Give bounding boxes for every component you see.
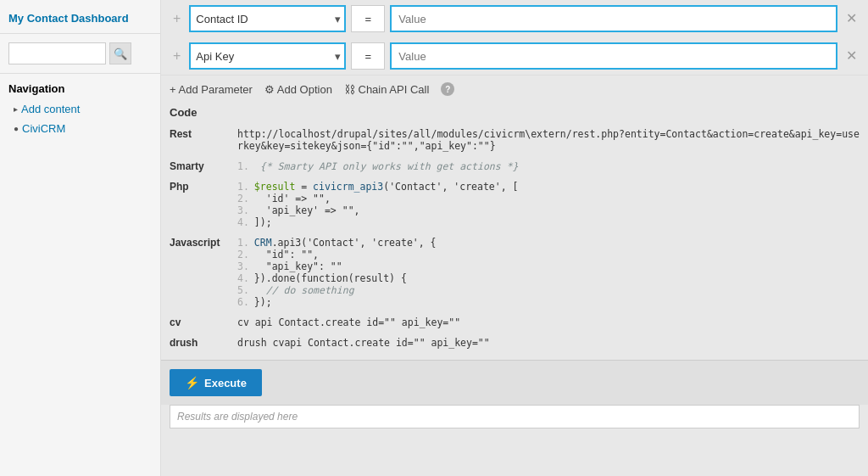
main-content: + Contact ID = ✕ + Api Key = ✕ + Add Par… <box>161 0 868 476</box>
execute-button[interactable]: ⚡ Execute <box>170 369 262 396</box>
jl4: 4. <box>237 272 249 284</box>
ln2: 2. <box>237 193 249 204</box>
param-select-2[interactable]: Api Key <box>189 42 346 70</box>
lang-rest: Rest <box>161 124 229 156</box>
jl3: 3. <box>237 260 249 272</box>
bolt-icon: ⚡ <box>185 376 199 389</box>
code-row-php: Php 1.$result = civicrm_api3('Contact', … <box>161 176 868 232</box>
drag-handle-2[interactable]: + <box>170 48 184 64</box>
rest-url-text: http://localhost/drupal/sites/all/module… <box>237 128 860 152</box>
cv-code: cv api Contact.create id="" api_key="" <box>229 312 868 333</box>
param-row-1: + Contact ID = ✕ <box>161 0 868 37</box>
ln4: 4. <box>237 216 249 228</box>
add-param-label: + Add Parameter <box>170 83 253 96</box>
rest-code: http://localhost/drupal/sites/all/module… <box>229 124 868 156</box>
help-icon[interactable]: ? <box>441 82 454 96</box>
param-select-1[interactable]: Contact ID <box>189 5 346 32</box>
close-btn-1[interactable]: ✕ <box>843 10 860 27</box>
code-row-js: Javascript 1.CRM.api3('Contact', 'create… <box>161 232 868 312</box>
ln3: 3. <box>237 204 249 216</box>
bullet-icon: ● <box>14 124 19 133</box>
line-num: 1. <box>237 160 249 172</box>
value-input-1[interactable] <box>390 5 837 32</box>
add-option-button[interactable]: ⚙ Add Option <box>264 83 332 96</box>
chain-api-label: ⛓ Chain API Call <box>344 83 429 96</box>
php-api: civicrm_api3 <box>313 181 383 193</box>
lang-drush: drush <box>161 333 229 353</box>
sidebar-item-civicrm[interactable]: ● CiviCRM <box>0 119 160 138</box>
sidebar-item-add-content[interactable]: ▸ Add content <box>0 99 160 119</box>
equals-1: = <box>351 5 385 32</box>
select-wrapper-2: Api Key <box>189 42 346 70</box>
lang-php: Php <box>161 176 229 232</box>
code-table: Rest http://localhost/drupal/sites/all/m… <box>161 124 868 353</box>
jl2: 2. <box>237 249 249 260</box>
code-row-cv: cv cv api Contact.create id="" api_key="… <box>161 312 868 333</box>
execute-bar: ⚡ Execute <box>161 360 868 405</box>
js-comment: // do something <box>254 284 354 296</box>
search-icon: 🔍 <box>114 48 127 60</box>
ln1: 1. <box>237 181 249 193</box>
search-input[interactable] <box>8 42 106 64</box>
execute-label: Execute <box>204 377 247 389</box>
add-option-label: ⚙ Add Option <box>264 83 332 96</box>
code-row-smarty: Smarty 1. {* Smarty API only works with … <box>161 156 868 176</box>
php-fn: $result <box>254 181 295 193</box>
search-button[interactable]: 🔍 <box>109 42 131 64</box>
smarty-code: 1. {* Smarty API only works with get act… <box>229 156 868 176</box>
select-wrapper-1: Contact ID <box>189 5 346 32</box>
jl5: 5. <box>237 284 249 296</box>
add-param-button[interactable]: + Add Parameter <box>170 83 253 96</box>
jl6: 6. <box>237 296 249 308</box>
drag-handle-1[interactable]: + <box>170 11 184 26</box>
sidebar: My Contact Dashboard 🔍 Navigation ▸ Add … <box>0 0 161 476</box>
php-code: 1.$result = civicrm_api3('Contact', 'cre… <box>229 176 868 232</box>
param-row-2: + Api Key = ✕ <box>161 37 868 75</box>
results-area: Results are displayed here <box>170 405 860 428</box>
value-input-2[interactable] <box>390 42 837 70</box>
jl1: 1. <box>237 237 249 249</box>
lang-cv: cv <box>161 312 229 333</box>
lang-js: Javascript <box>161 232 229 312</box>
sidebar-title: My Contact Dashboard <box>0 0 160 34</box>
equals-2: = <box>351 42 385 70</box>
code-section: Code Rest http://localhost/drupal/sites/… <box>161 103 868 360</box>
results-placeholder: Results are displayed here <box>177 411 298 423</box>
code-label: Code <box>161 103 868 124</box>
drush-text: drush cvapi Contact.create id="" api_key… <box>237 337 490 349</box>
nav-title: Navigation <box>0 73 160 99</box>
js-code: 1.CRM.api3('Contact', 'create', { 2. "id… <box>229 232 868 312</box>
cv-text: cv api Contact.create id="" api_key="" <box>237 316 460 328</box>
sidebar-search-area: 🔍 <box>0 34 160 73</box>
lang-smarty: Smarty <box>161 156 229 176</box>
close-btn-2[interactable]: ✕ <box>843 48 860 64</box>
smarty-comment: {* Smarty API only works with get action… <box>260 160 519 172</box>
toolbar: + Add Parameter ⚙ Add Option ⛓ Chain API… <box>161 75 868 103</box>
drush-code: drush cvapi Contact.create id="" api_key… <box>229 333 868 353</box>
code-row-drush: drush drush cvapi Contact.create id="" a… <box>161 333 868 353</box>
chain-api-button[interactable]: ⛓ Chain API Call <box>344 83 429 96</box>
js-crm: CRM <box>254 237 272 249</box>
code-row-rest: Rest http://localhost/drupal/sites/all/m… <box>161 124 868 156</box>
triangle-icon: ▸ <box>14 104 18 114</box>
